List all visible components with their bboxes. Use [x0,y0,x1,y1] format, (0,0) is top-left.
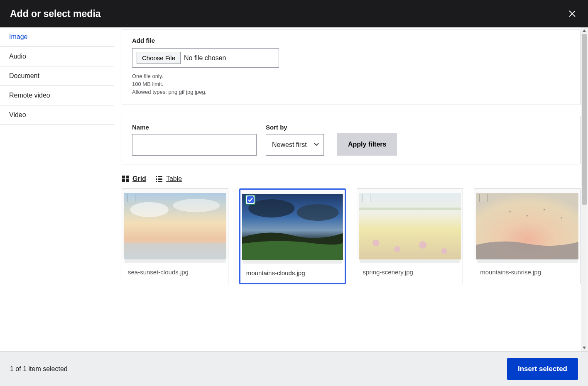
dialog-footer: 1 of 1 item selected Insert selected [0,351,588,386]
view-grid-label: Grid [132,175,146,183]
file-hint-line: 100 MB limit. [132,81,570,88]
file-hint-line: One file only. [132,73,570,81]
svg-rect-4 [122,179,125,182]
svg-marker-30 [583,29,586,32]
svg-rect-5 [126,179,129,182]
choose-file-button[interactable]: Choose File [137,52,181,64]
scroll-track[interactable] [581,34,588,344]
name-filter-label: Name [132,124,257,131]
svg-point-29 [561,217,562,218]
svg-rect-24 [359,208,461,210]
scroll-thumb[interactable] [582,34,587,205]
scrollbar[interactable] [581,27,588,351]
svg-point-23 [441,248,447,254]
file-input-wrapper[interactable]: Choose File No file chosen [132,48,279,68]
media-card[interactable]: mountains-clouds.jpg [239,188,346,284]
sidebar-item-image[interactable]: Image [0,27,114,47]
svg-rect-8 [156,178,157,180]
media-grid: sea-sunset-clouds.jpg [122,188,581,284]
media-card[interactable]: sea-sunset-clouds.jpg [122,188,228,284]
media-filename: mountains-sunrise.jpg [480,269,574,276]
file-chosen-text: No file chosen [184,54,226,62]
view-table-label: Table [166,175,182,183]
svg-point-20 [372,239,379,246]
media-filename: spring-scenery.jpg [363,269,457,276]
chevron-down-icon [314,141,319,149]
svg-point-21 [394,246,400,252]
svg-point-27 [527,215,528,216]
sidebar-item-remote-video[interactable]: Remote video [0,86,114,105]
media-card[interactable]: spring-scenery.jpg [357,188,463,284]
sidebar-item-video[interactable]: Video [0,105,114,125]
filter-panel: Name Sort by Newest first Apply filters [122,116,581,164]
sort-group: Sort by Newest first [266,124,324,156]
svg-rect-2 [122,176,125,178]
scroll-down-arrow[interactable] [581,344,588,351]
name-filter-input[interactable] [132,134,257,156]
svg-point-22 [419,241,426,249]
svg-point-13 [130,202,169,217]
media-filename: sea-sunset-clouds.jpg [128,269,222,276]
svg-point-18 [296,204,338,221]
svg-rect-11 [158,181,162,182]
apply-filters-button[interactable]: Apply filters [337,133,397,156]
selection-status: 1 of 1 item selected [10,365,68,373]
svg-rect-7 [158,176,162,177]
view-switcher: Grid Table [122,175,581,183]
svg-marker-31 [583,347,586,349]
media-thumbnail [124,193,226,259]
add-file-panel: Add file Choose File No file chosen One … [122,29,581,105]
media-thumbnail [476,193,578,259]
svg-rect-3 [126,176,129,178]
media-checkbox[interactable] [245,195,255,205]
insert-selected-button[interactable]: Insert selected [507,358,578,380]
name-filter-group: Name [132,124,257,156]
list-icon [155,175,163,183]
media-card[interactable]: mountains-sunrise.jpg [474,188,581,284]
close-icon [568,10,576,17]
add-file-label: Add file [132,37,570,44]
scroll-up-arrow[interactable] [581,27,588,34]
grid-icon [122,175,129,183]
media-thumbnail [242,194,343,260]
dialog-title: Add or select media [10,8,101,20]
close-button[interactable] [566,8,578,20]
main-panel: Add file Choose File No file chosen One … [114,27,588,351]
dialog-body: Image Audio Document Remote video Video … [0,27,588,351]
file-hints: One file only. 100 MB limit. Allowed typ… [132,73,570,96]
check-icon [247,196,254,203]
view-grid-option[interactable]: Grid [122,175,146,183]
svg-rect-6 [156,176,157,177]
dialog-header: Add or select media [0,0,588,27]
svg-rect-10 [156,181,157,182]
media-filename: mountains-clouds.jpg [246,269,339,276]
svg-point-28 [544,209,545,210]
file-hint-line: Allowed types: png gif jpg jpeg. [132,88,570,96]
sort-select-value: Newest first [272,141,307,149]
sidebar-item-document[interactable]: Document [0,66,114,86]
media-type-sidebar: Image Audio Document Remote video Video [0,27,114,351]
sort-select[interactable]: Newest first [266,134,324,156]
svg-rect-9 [158,178,162,180]
sort-label: Sort by [266,124,324,131]
sidebar-item-audio[interactable]: Audio [0,47,114,66]
svg-point-26 [510,211,511,212]
view-table-option[interactable]: Table [155,175,182,183]
svg-rect-15 [124,243,226,259]
svg-point-14 [173,199,220,212]
media-thumbnail [359,193,461,259]
